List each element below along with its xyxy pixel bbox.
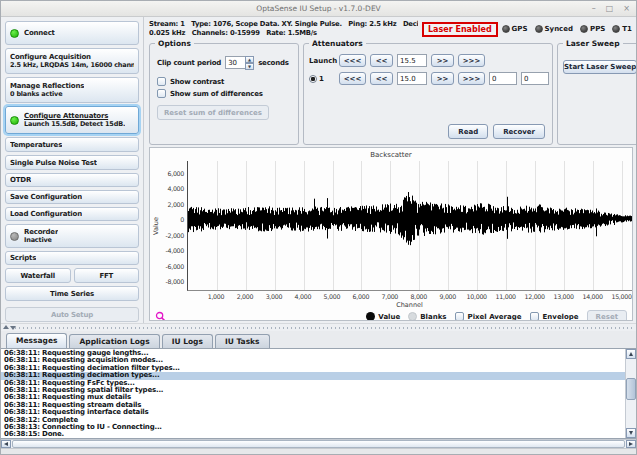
chart-reset-button[interactable]: Reset xyxy=(587,310,627,321)
sidebar-item-manage-reflections[interactable]: Manage Reflections 0 blanks active xyxy=(5,77,139,103)
y-tick-label: 0 xyxy=(180,216,184,223)
launch-increase-fast-button[interactable]: >>> xyxy=(458,54,485,67)
sidebar-item-label: Connect xyxy=(24,29,55,37)
clip-count-spinner: ▲ ▼ xyxy=(225,56,254,69)
chart-title: Backscatter xyxy=(150,148,632,159)
plot-area xyxy=(187,161,632,291)
sidebar-item-temperatures[interactable]: Temperatures xyxy=(5,137,139,152)
sidebar-item-configure-acquisition[interactable]: Configure Acquisition 2.5 kHz, LRQDAS 14… xyxy=(5,48,139,74)
pixel-average-checkbox[interactable] xyxy=(455,312,464,321)
recover-button[interactable]: Recover xyxy=(493,124,545,139)
scroll-up-icon[interactable] xyxy=(626,349,636,359)
attenuator-extra-field-2[interactable] xyxy=(521,72,549,85)
clip-count-input[interactable] xyxy=(225,56,245,69)
value-series-radio[interactable] xyxy=(366,312,375,321)
sidebar-item-connect[interactable]: Connect xyxy=(5,21,139,45)
blanks-series-radio[interactable] xyxy=(408,312,417,321)
scrollbar-track[interactable] xyxy=(626,359,636,428)
maximize-icon[interactable]: □ xyxy=(606,5,614,13)
synced-label: Synced xyxy=(545,25,574,33)
launch-decrease-button[interactable]: << xyxy=(370,54,393,67)
sidebar-item-label: Manage Reflections xyxy=(10,82,84,90)
tab-application-logs[interactable]: Application Logs xyxy=(69,334,159,348)
close-icon[interactable]: × xyxy=(623,5,630,13)
sidebar-item-sub: Launch 15.5dB, Detect 15dB. xyxy=(24,120,125,128)
channel-increase-button[interactable]: >> xyxy=(431,72,454,85)
x-tick-label: 4,000 xyxy=(295,293,312,300)
x-axis-ticks: 1,0002,0003,0004,0005,0006,0007,0008,000… xyxy=(187,291,632,301)
channel-1-radio[interactable] xyxy=(309,75,317,83)
log-line[interactable]: 06:38:15: Done. xyxy=(1,431,625,438)
title-bar: OptaSense IU Setup - v1.7.0-DEV – □ × xyxy=(1,1,636,17)
channel-increase-fast-button[interactable]: >>> xyxy=(458,72,485,85)
sidebar-item-otdr[interactable]: OTDR xyxy=(5,173,139,187)
log-message-list[interactable]: 06:38:11: Requesting gauge lengths...06:… xyxy=(1,349,625,438)
launch-decrease-fast-button[interactable]: <<< xyxy=(339,54,366,67)
attenuator-extra-field-1[interactable] xyxy=(489,72,517,85)
y-tick-label: 2,000 xyxy=(167,200,184,207)
x-tick-label: 10,000 xyxy=(467,293,487,300)
scrollbar-thumb[interactable] xyxy=(626,378,636,400)
laser-sweep-title: Laser Sweep xyxy=(563,39,623,48)
spinner-down-icon[interactable]: ▼ xyxy=(245,63,254,70)
minimize-icon[interactable]: – xyxy=(592,5,596,13)
waveform-canvas xyxy=(188,161,632,290)
envelope-label: Envelope xyxy=(543,313,579,321)
x-tick-label: 3,000 xyxy=(266,293,283,300)
attenuators-panel: Attenuators Launch <<< << >> >>> 1 xyxy=(303,43,553,145)
tab-iu-tasks[interactable]: IU Tasks xyxy=(215,334,270,348)
launch-increase-button[interactable]: >> xyxy=(431,54,454,67)
channel-attenuation-field[interactable] xyxy=(397,72,427,85)
scroll-down-icon[interactable] xyxy=(626,428,636,438)
y-tick-label: -4,000 xyxy=(166,247,185,254)
sidebar-item-sub: 0 blanks active xyxy=(10,90,84,98)
sidebar-item-single-pulse-noise-test[interactable]: Single Pulse Noise Test xyxy=(5,155,139,170)
launch-attenuation-field[interactable] xyxy=(397,54,427,67)
channel-decrease-button[interactable]: << xyxy=(370,72,393,85)
sidebar-item-scripts[interactable]: Scripts xyxy=(5,251,139,265)
scroll-right-icon[interactable] xyxy=(626,440,636,448)
launch-label: Launch xyxy=(309,57,335,65)
scroll-left-icon[interactable] xyxy=(1,440,11,448)
sidebar-item-recorder[interactable]: Recorder Inactive xyxy=(5,224,139,248)
y-tick-label: -2,000 xyxy=(166,231,185,238)
read-button[interactable]: Read xyxy=(448,124,488,139)
reset-sum-of-differences-button[interactable]: Reset sum of differences xyxy=(157,105,269,120)
channel-decrease-fast-button[interactable]: <<< xyxy=(339,72,366,85)
zoom-icon[interactable] xyxy=(155,311,167,322)
attenuators-title: Attenuators xyxy=(309,39,366,48)
horizontal-scrollbar[interactable] xyxy=(1,439,636,448)
sidebar-item-label: Configure Attenuators xyxy=(24,112,125,120)
waterfall-button[interactable]: Waterfall xyxy=(5,268,71,283)
main-area: Connect Configure Acquisition 2.5 kHz, L… xyxy=(1,17,636,323)
start-laser-sweep-button[interactable]: Start Laser Sweep xyxy=(563,60,637,74)
clip-unit-label: seconds xyxy=(258,59,289,67)
x-tick-label: 2,000 xyxy=(237,293,254,300)
status-line-1: Stream: 1 Type: 1076, Scope Data. XY. Si… xyxy=(149,20,418,29)
sidebar-item-load-configuration[interactable]: Load Configuration xyxy=(5,207,139,221)
log-line[interactable]: 06:38:13: Connecting to IU - Connecting.… xyxy=(1,424,625,431)
auto-setup-button[interactable]: Auto Setup xyxy=(5,307,139,322)
y-axis-label: Value xyxy=(150,161,161,291)
fft-button[interactable]: FFT xyxy=(74,268,140,283)
show-contrast-checkbox[interactable] xyxy=(157,77,166,86)
vertical-scrollbar[interactable] xyxy=(625,349,636,438)
spinner-up-icon[interactable]: ▲ xyxy=(245,56,254,63)
envelope-checkbox[interactable] xyxy=(530,312,539,321)
gps-indicator-icon xyxy=(502,25,510,33)
time-series-button[interactable]: Time Series xyxy=(5,286,139,301)
sidebar-item-label: Configure Acquisition xyxy=(10,53,134,61)
splitter-up-icon[interactable] xyxy=(3,325,9,329)
sidebar-item-configure-attenuators[interactable]: Configure Attenuators Launch 15.5dB, Det… xyxy=(5,106,139,134)
status-bar: Stream: 1 Type: 1076, Scope Data. XY. Si… xyxy=(144,17,636,41)
show-sum-of-differences-checkbox[interactable] xyxy=(157,89,166,98)
sidebar-item-save-configuration[interactable]: Save Configuration xyxy=(5,190,139,204)
tab-messages[interactable]: Messages xyxy=(6,333,67,348)
log-line[interactable]: 06:38:11: Requesting interface details xyxy=(1,409,625,416)
y-axis-ticks: 6,0004,0002,0000-2,000-4,000-6,000-8,000 xyxy=(161,161,187,291)
attenuators-status-icon xyxy=(10,116,19,125)
splitter-handle[interactable] xyxy=(1,323,636,331)
tab-iu-logs[interactable]: IU Logs xyxy=(162,334,213,348)
window-title: OptaSense IU Setup - v1.7.0-DEV xyxy=(256,4,381,13)
horizontal-scrollbar-thumb[interactable] xyxy=(12,440,625,448)
